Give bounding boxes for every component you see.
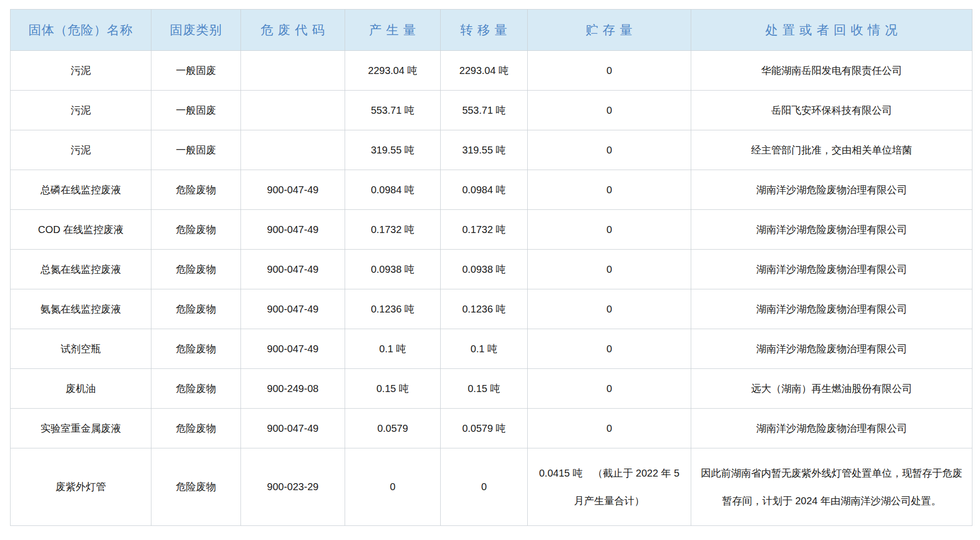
cell-transferred: 2293.04 吨 (441, 51, 528, 91)
cell-name: 废机油 (11, 369, 151, 409)
table-row: 废紫外灯管危险废物900-023-29000.0415 吨 （截止于 2022 … (11, 448, 972, 526)
cell-transferred: 0.1236 吨 (441, 289, 528, 329)
cell-stored: 0 (528, 289, 691, 329)
cell-category: 危险废物 (151, 409, 241, 448)
table-row: 试剂空瓶危险废物900-047-490.1 吨0.1 吨0湖南洋沙湖危险废物治理… (11, 329, 972, 369)
cell-code: 900-047-49 (241, 289, 345, 329)
cell-disposal: 湖南洋沙湖危险废物治理有限公司 (691, 170, 972, 210)
table-header-row: 固体（危险）名称 固废类别 危 废 代 码 产 生 量 转 移 量 贮 存 量 … (11, 10, 972, 51)
cell-transferred: 319.55 吨 (441, 130, 528, 170)
cell-category: 危险废物 (151, 289, 241, 329)
cell-produced: 0.1732 吨 (345, 210, 441, 250)
cell-stored: 0 (528, 130, 691, 170)
cell-disposal: 湖南洋沙湖危险废物治理有限公司 (691, 210, 972, 250)
cell-category: 一般固废 (151, 51, 241, 91)
table-row: 污泥一般固废553.71 吨553.71 吨0岳阳飞安环保科技有限公司 (11, 91, 972, 130)
cell-name: 污泥 (11, 51, 151, 91)
cell-produced: 0.0579 (345, 409, 441, 448)
cell-produced: 0.15 吨 (345, 369, 441, 409)
header-disposal: 处 置 或 者 回 收 情 况 (691, 10, 972, 51)
cell-transferred: 0 (441, 448, 528, 526)
cell-category: 一般固废 (151, 91, 241, 130)
cell-category: 危险废物 (151, 250, 241, 289)
cell-produced: 2293.04 吨 (345, 51, 441, 91)
cell-stored: 0 (528, 409, 691, 448)
cell-category: 危险废物 (151, 170, 241, 210)
cell-name: COD 在线监控废液 (11, 210, 151, 250)
cell-code: 900-023-29 (241, 448, 345, 526)
cell-code: 900-047-49 (241, 250, 345, 289)
cell-category: 一般固废 (151, 130, 241, 170)
table-row: COD 在线监控废液危险废物900-047-490.1732 吨0.1732 吨… (11, 210, 972, 250)
waste-table-container: 固体（危险）名称 固废类别 危 废 代 码 产 生 量 转 移 量 贮 存 量 … (10, 9, 972, 526)
cell-transferred: 0.1 吨 (441, 329, 528, 369)
table-row: 污泥一般固废2293.04 吨2293.04 吨0华能湖南岳阳发电有限责任公司 (11, 51, 972, 91)
cell-stored: 0 (528, 329, 691, 369)
cell-produced: 319.55 吨 (345, 130, 441, 170)
header-produced: 产 生 量 (345, 10, 441, 51)
cell-produced: 0.0984 吨 (345, 170, 441, 210)
cell-stored: 0 (528, 51, 691, 91)
header-name: 固体（危险）名称 (11, 10, 151, 51)
cell-produced: 553.71 吨 (345, 91, 441, 130)
header-code: 危 废 代 码 (241, 10, 345, 51)
cell-disposal: 湖南洋沙湖危险废物治理有限公司 (691, 329, 972, 369)
cell-disposal: 华能湖南岳阳发电有限责任公司 (691, 51, 972, 91)
cell-transferred: 0.0579 吨 (441, 409, 528, 448)
header-stored: 贮 存 量 (528, 10, 691, 51)
cell-produced: 0.1 吨 (345, 329, 441, 369)
header-transferred: 转 移 量 (441, 10, 528, 51)
cell-disposal: 湖南洋沙湖危险废物治理有限公司 (691, 289, 972, 329)
cell-produced: 0 (345, 448, 441, 526)
cell-name: 氨氮在线监控废液 (11, 289, 151, 329)
cell-produced: 0.1236 吨 (345, 289, 441, 329)
table-body: 污泥一般固废2293.04 吨2293.04 吨0华能湖南岳阳发电有限责任公司污… (11, 51, 972, 526)
cell-code (241, 91, 345, 130)
cell-disposal: 岳阳飞安环保科技有限公司 (691, 91, 972, 130)
cell-code (241, 51, 345, 91)
header-category: 固废类别 (151, 10, 241, 51)
table-row: 废机油危险废物900-249-080.15 吨0.15 吨0远大（湖南）再生燃油… (11, 369, 972, 409)
table-row: 总磷在线监控废液危险废物900-047-490.0984 吨0.0984 吨0湖… (11, 170, 972, 210)
cell-code: 900-047-49 (241, 170, 345, 210)
cell-stored: 0 (528, 91, 691, 130)
cell-disposal: 远大（湖南）再生燃油股份有限公司 (691, 369, 972, 409)
table-row: 总氮在线监控废液危险废物900-047-490.0938 吨0.0938 吨0湖… (11, 250, 972, 289)
cell-stored: 0 (528, 250, 691, 289)
waste-table: 固体（危险）名称 固废类别 危 废 代 码 产 生 量 转 移 量 贮 存 量 … (10, 9, 972, 526)
cell-name: 总氮在线监控废液 (11, 250, 151, 289)
cell-disposal: 湖南洋沙湖危险废物治理有限公司 (691, 250, 972, 289)
cell-stored: 0.0415 吨 （截止于 2022 年 5 月产生量合计） (528, 448, 691, 526)
cell-code: 900-047-49 (241, 409, 345, 448)
cell-code: 900-047-49 (241, 210, 345, 250)
cell-transferred: 553.71 吨 (441, 91, 528, 130)
table-row: 氨氮在线监控废液危险废物900-047-490.1236 吨0.1236 吨0湖… (11, 289, 972, 329)
cell-category: 危险废物 (151, 369, 241, 409)
cell-transferred: 0.15 吨 (441, 369, 528, 409)
cell-disposal: 经主管部门批准，交由相关单位培菌 (691, 130, 972, 170)
cell-name: 废紫外灯管 (11, 448, 151, 526)
cell-category: 危险废物 (151, 210, 241, 250)
cell-code: 900-047-49 (241, 329, 345, 369)
cell-name: 总磷在线监控废液 (11, 170, 151, 210)
cell-transferred: 0.0984 吨 (441, 170, 528, 210)
cell-stored: 0 (528, 210, 691, 250)
cell-disposal: 湖南洋沙湖危险废物治理有限公司 (691, 409, 972, 448)
cell-name: 污泥 (11, 91, 151, 130)
cell-transferred: 0.0938 吨 (441, 250, 528, 289)
table-row: 污泥一般固废319.55 吨319.55 吨0经主管部门批准，交由相关单位培菌 (11, 130, 972, 170)
cell-code (241, 130, 345, 170)
cell-disposal: 因此前湖南省内暂无废紫外线灯管处置单位，现暂存于危废暂存间，计划于 2024 年… (691, 448, 972, 526)
cell-name: 实验室重金属废液 (11, 409, 151, 448)
cell-stored: 0 (528, 170, 691, 210)
cell-code: 900-249-08 (241, 369, 345, 409)
table-row: 实验室重金属废液危险废物900-047-490.05790.0579 吨0湖南洋… (11, 409, 972, 448)
cell-transferred: 0.1732 吨 (441, 210, 528, 250)
cell-category: 危险废物 (151, 329, 241, 369)
cell-stored: 0 (528, 369, 691, 409)
cell-name: 试剂空瓶 (11, 329, 151, 369)
cell-produced: 0.0938 吨 (345, 250, 441, 289)
cell-category: 危险废物 (151, 448, 241, 526)
cell-name: 污泥 (11, 130, 151, 170)
